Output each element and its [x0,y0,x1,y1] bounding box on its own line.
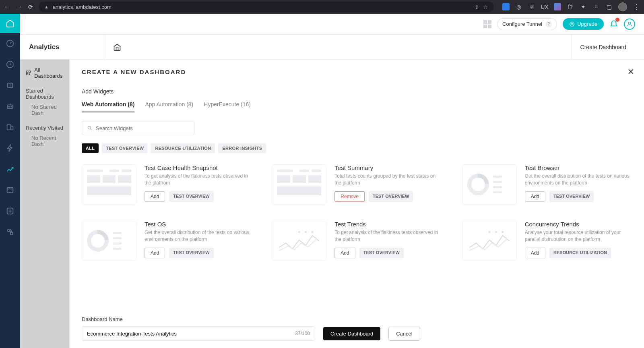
notification-badge [615,17,620,22]
profile-avatar[interactable] [618,2,627,11]
upgrade-label: Upgrade [577,21,597,27]
top-header: Configure Tunnel ? Upgrade [20,14,644,35]
close-icon[interactable]: ✕ [627,67,634,77]
widget-card: Test Trends To get analysis of the flaki… [272,221,442,261]
notifications-button[interactable] [609,19,618,29]
filter-chips: ALL TEST OVERVIEW RESOURCE UTILIZATION E… [82,143,632,153]
rail-devices-icon[interactable] [0,117,20,138]
dashboard-name-label: Dashboard Name [82,316,632,322]
ext-icon-5[interactable] [554,3,561,10]
brand-logo[interactable] [0,14,20,33]
widget-action-button[interactable]: Add [334,248,355,258]
ext-icon-3[interactable]: ⚛ [528,3,535,10]
widget-action-button[interactable]: Add [525,191,545,202]
widget-description: To get analysis of the flakiness tests o… [334,229,442,243]
search-widgets-input[interactable] [82,121,194,135]
configure-tunnel-button[interactable]: Configure Tunnel ? [497,18,557,30]
tab-app-automation[interactable]: App Automation (8) [145,101,193,112]
widget-title: Test Trends [334,221,442,228]
widget-tabs: Web Automation (8) App Automation (8) Hy… [82,101,632,113]
widget-title: Test Browser [525,164,632,171]
help-icon: ? [545,21,552,27]
widget-title: Test Summary [334,164,442,171]
nav-rail [0,14,20,348]
extensions-icon[interactable]: ✦ [580,3,587,10]
dashboard-name-input[interactable]: 37/100 [82,326,315,341]
upgrade-icon [569,21,575,27]
widget-action-button[interactable]: Remove [334,191,365,202]
upgrade-button[interactable]: Upgrade [563,18,604,30]
forward-icon[interactable]: → [16,3,23,10]
widget-description: Get the overall distribution of the test… [525,173,632,186]
widget-action-button[interactable]: Add [525,248,545,258]
rail-dashboard-icon[interactable] [0,33,20,54]
widget-description: Total tests counts grouped by the test s… [334,173,442,186]
ext-icon-2[interactable]: ◎ [515,3,522,10]
create-dashboard-button[interactable]: Create Dashboard [323,327,380,340]
kebab-menu-icon[interactable]: ⋮ [633,2,640,11]
svg-point-20 [312,231,313,233]
panel-footer: Dashboard Name 37/100 Create Dashboard C… [82,308,632,341]
ext-icon-7[interactable]: ≡ [592,3,600,10]
svg-point-4 [8,106,9,107]
filter-resource-utilization[interactable]: RESOURCE UTILIZATION [151,143,215,153]
rail-clock-icon[interactable] [0,54,20,75]
filter-test-overview[interactable]: TEST OVERVIEW [102,143,148,153]
apps-grid-icon[interactable] [483,20,491,28]
filter-all[interactable]: ALL [82,143,99,153]
rail-robot-icon[interactable] [0,96,20,117]
widget-category-tag: TEST OVERVIEW [169,191,213,202]
search-field[interactable] [96,125,189,131]
rail-shapes-icon[interactable] [0,222,20,242]
widget-description: To get analysis of the flakiness tests o… [144,173,252,186]
create-dashboard-link[interactable]: Create Dashboard [571,35,635,59]
svg-rect-6 [7,125,11,130]
ext-icon-6[interactable]: f? [567,3,574,10]
rail-window-icon[interactable] [0,180,20,201]
widget-card: Test Browser Get the overall distributio… [462,164,632,205]
widget-action-button[interactable]: Add [144,248,165,258]
tunnel-label: Configure Tunnel [502,21,542,27]
user-menu[interactable] [624,19,635,30]
share-icon[interactable]: ⇪ [475,4,479,10]
svg-point-21 [488,231,490,233]
url-text: analytics.lambdatest.com [53,4,111,10]
add-widgets-label: Add Widgets [82,88,632,95]
url-bar[interactable]: ▲ analytics.lambdatest.com ⇪ ☆ [39,2,493,12]
widget-grid: Test Case Health Snapshot To get analysi… [82,164,632,261]
char-counter: 37/100 [295,331,310,336]
ext-icon-8[interactable]: ▢ [605,3,613,10]
svg-point-19 [305,231,307,233]
tab-web-automation[interactable]: Web Automation (8) [82,101,134,112]
search-icon [87,125,93,131]
ext-icon-4[interactable]: UX [541,3,548,10]
ext-icon-1[interactable] [502,3,510,10]
svg-point-18 [298,231,300,233]
cancel-button[interactable]: Cancel [388,327,420,341]
dashboard-name-field[interactable] [87,331,295,337]
widget-card: Test Summary Total tests counts grouped … [272,164,442,205]
main-area: Configure Tunnel ? Upgrade Analytics Cre… [20,14,644,348]
widget-title: Test OS [144,221,252,228]
home-icon[interactable] [113,43,121,51]
rail-battery-icon[interactable] [0,75,20,96]
rail-analytics-icon[interactable] [0,159,20,180]
svg-rect-7 [11,126,13,130]
backdrop-overlay [20,60,69,348]
tab-hyperexecute[interactable]: HyperExecute (16) [204,101,251,112]
widget-category-tag: TEST OVERVIEW [549,191,594,202]
star-icon[interactable]: ☆ [483,4,488,10]
svg-rect-8 [7,188,13,193]
lock-icon: ▲ [44,4,49,9]
panel-title: CREATE A NEW DASHBOARD [82,68,632,75]
filter-error-insights[interactable]: ERROR INSIGHTS [218,143,266,153]
reload-icon[interactable]: ⟳ [28,4,33,10]
svg-point-5 [11,106,12,107]
rail-bolt-icon[interactable] [0,138,20,159]
back-icon[interactable]: ← [4,3,10,10]
widget-action-button[interactable]: Add [144,191,165,202]
widget-category-tag: TEST OVERVIEW [359,248,404,258]
widget-card: Test Case Health Snapshot To get analysi… [82,164,252,205]
rail-plus-icon[interactable] [0,201,20,222]
user-icon [626,21,633,27]
